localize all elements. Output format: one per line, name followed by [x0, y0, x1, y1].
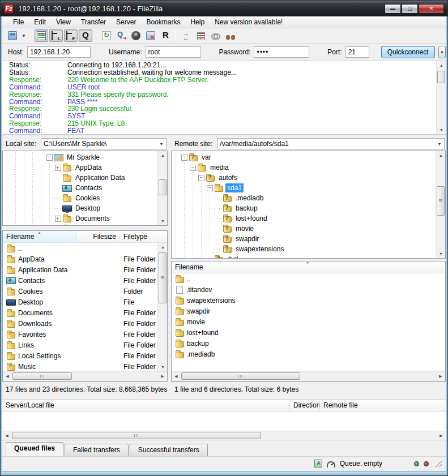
- expand-toggle[interactable]: [189, 162, 197, 173]
- remote-site-combo[interactable]: /var/media/autofs/sda1 ▼: [217, 138, 445, 149]
- password-input[interactable]: [254, 46, 309, 58]
- local-site-combo[interactable]: C:\Users\Mr Sparkle\ ▼: [41, 138, 167, 149]
- toggle-remote-tree-button[interactable]: [64, 29, 78, 42]
- close-button[interactable]: ✕: [419, 4, 444, 14]
- scroll-thumb[interactable]: [437, 71, 445, 83]
- tree-item[interactable]: ? dvd: [172, 254, 436, 258]
- maximize-button[interactable]: ▢: [402, 4, 418, 14]
- expand-toggle[interactable]: [54, 193, 62, 203]
- directory-comparison-button[interactable]: [194, 29, 208, 42]
- tree-item[interactable]: ? .mediadb: [172, 193, 436, 203]
- host-input[interactable]: [27, 46, 91, 58]
- queue-tab[interactable]: Queued files: [6, 442, 63, 456]
- expand-toggle[interactable]: [206, 254, 214, 258]
- file-row[interactable]: Local Settings File Folder: [3, 350, 157, 361]
- expand-toggle[interactable]: [180, 152, 189, 162]
- expand-toggle[interactable]: [214, 234, 223, 244]
- file-row[interactable]: ★Favorites File Folder: [3, 329, 157, 340]
- file-row[interactable]: movie: [172, 316, 445, 327]
- tree-item[interactable]: Documents: [3, 213, 157, 224]
- tree-item[interactable]: Desktop: [3, 203, 157, 213]
- scroll-right-icon[interactable]: ▶: [436, 372, 445, 381]
- reconnect-button[interactable]: [159, 29, 172, 42]
- scroll-right-icon[interactable]: ▶: [158, 372, 167, 381]
- file-row[interactable]: backup: [172, 338, 445, 349]
- tree-item[interactable]: sda1: [172, 183, 436, 193]
- minimize-button[interactable]: ▬: [385, 4, 401, 14]
- file-row[interactable]: Application Data File Folder: [3, 264, 157, 275]
- site-manager-button[interactable]: [6, 29, 19, 42]
- scroll-down-icon[interactable]: ▼: [436, 250, 446, 258]
- menu-item[interactable]: Transfer: [76, 17, 111, 27]
- find-files-button[interactable]: [224, 29, 237, 42]
- message-log-scrollbar[interactable]: ▲ ▼: [436, 61, 446, 134]
- menu-item[interactable]: File: [8, 17, 29, 27]
- quickconnect-button[interactable]: Quickconnect: [381, 46, 435, 58]
- scroll-thumb[interactable]: [437, 186, 445, 216]
- synchronized-browsing-button[interactable]: [180, 29, 193, 42]
- chevron-down-icon[interactable]: ▼: [435, 139, 444, 149]
- local-list-hscrollbar[interactable]: ◀ ▶: [3, 371, 167, 381]
- scroll-thumb[interactable]: [12, 372, 72, 380]
- speed-limit-icon[interactable]: [327, 461, 335, 468]
- file-row[interactable]: Cookies Folder: [3, 286, 157, 297]
- local-list-scrollbar[interactable]: ▲ ▼: [157, 243, 167, 371]
- tree-item[interactable]: Application Data: [3, 173, 157, 183]
- refresh-button[interactable]: [100, 29, 113, 42]
- process-queue-button[interactable]: [114, 29, 128, 42]
- queue-tab[interactable]: Successful transfers: [130, 444, 208, 456]
- scroll-right-icon[interactable]: ▶: [437, 431, 446, 440]
- menu-item[interactable]: New version available!: [210, 17, 288, 27]
- expand-toggle[interactable]: [54, 224, 62, 225]
- scroll-thumb[interactable]: [159, 252, 167, 303]
- tree-item[interactable]: Cookies: [3, 193, 157, 203]
- expand-toggle[interactable]: [206, 183, 214, 193]
- tree-item[interactable]: ? var: [172, 152, 436, 162]
- file-row[interactable]: Desktop File: [3, 297, 157, 307]
- site-manager-dropdown[interactable]: ▼: [20, 29, 27, 42]
- toggle-queue-button[interactable]: [79, 29, 92, 42]
- tree-item[interactable]: ? backup: [172, 203, 436, 213]
- scroll-left-icon[interactable]: ◀: [2, 431, 11, 440]
- expand-toggle[interactable]: [45, 152, 54, 162]
- scroll-left-icon[interactable]: ◀: [3, 372, 12, 381]
- file-row[interactable]: ♪Music File Folder: [3, 361, 157, 371]
- scroll-up-icon[interactable]: ▲: [158, 243, 167, 251]
- column-filename[interactable]: ▲Filename: [3, 231, 77, 242]
- username-input[interactable]: [146, 46, 201, 58]
- scroll-down-icon[interactable]: ▼: [437, 126, 446, 134]
- remote-tree-scrollbar[interactable]: ▲ ▼: [436, 151, 445, 258]
- file-row[interactable]: AppData File Folder: [3, 254, 157, 264]
- scroll-left-icon[interactable]: ◀: [172, 372, 181, 381]
- file-row[interactable]: lost+found: [172, 327, 445, 338]
- disconnect-button[interactable]: [144, 29, 157, 42]
- menu-item[interactable]: Server: [111, 17, 141, 27]
- expand-toggle[interactable]: [214, 203, 223, 213]
- expand-toggle[interactable]: [54, 203, 62, 213]
- file-row[interactable]: swapextensions: [172, 295, 445, 306]
- expand-toggle[interactable]: [54, 213, 62, 224]
- link-button[interactable]: [209, 29, 223, 42]
- column-filename[interactable]: Filename: [172, 261, 445, 273]
- column-server-local-file[interactable]: Server/Local file: [2, 400, 290, 411]
- column-remote-file[interactable]: Remote file: [320, 400, 446, 411]
- tree-item[interactable]: ? lost+found: [172, 213, 436, 224]
- queue-tab[interactable]: Failed transfers: [65, 444, 129, 456]
- column-filetype[interactable]: Filetype: [120, 231, 167, 242]
- chevron-down-icon[interactable]: ▼: [157, 139, 166, 149]
- file-row[interactable]: swapdir: [172, 306, 445, 316]
- menu-item[interactable]: Help: [185, 17, 210, 27]
- file-row[interactable]: ..: [3, 243, 157, 254]
- expand-toggle[interactable]: [54, 183, 62, 193]
- expand-toggle[interactable]: [214, 213, 223, 224]
- scroll-up-icon[interactable]: ▲: [437, 61, 446, 70]
- expand-toggle[interactable]: [214, 244, 223, 254]
- scroll-down-icon[interactable]: ▼: [158, 217, 168, 225]
- file-row[interactable]: Documents File Folder: [3, 307, 157, 318]
- expand-toggle[interactable]: [54, 173, 62, 183]
- file-row[interactable]: .mediadb: [172, 349, 445, 359]
- scroll-thumb[interactable]: [12, 432, 261, 439]
- file-row[interactable]: Contacts File Folder: [3, 275, 157, 286]
- tree-item[interactable]: Contacts: [3, 183, 157, 193]
- tree-item[interactable]: ? swapdir: [172, 234, 436, 244]
